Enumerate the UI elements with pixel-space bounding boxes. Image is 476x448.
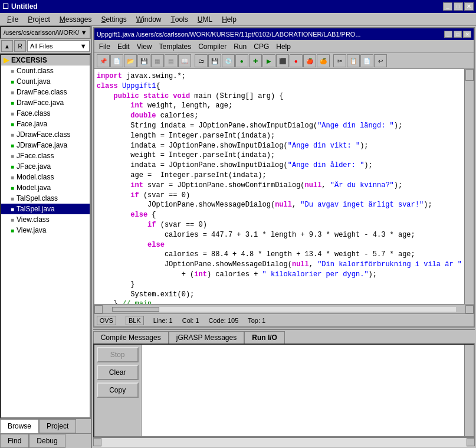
editor-close-btn[interactable]: ✕ (463, 31, 471, 38)
file-label: Model.class (17, 173, 54, 181)
toolbar-chart-btn[interactable]: ▦ (151, 54, 164, 67)
blk-badge: BLK (126, 316, 144, 325)
file-label: Face.class (17, 109, 50, 117)
toolbar-run-btn[interactable]: ▶ (262, 54, 275, 67)
file-jdrawface-class[interactable]: ■ JDrawFace.class (1, 129, 90, 140)
toolbar-save-btn[interactable]: 💾 (137, 54, 150, 67)
menu-help[interactable]: Help (217, 13, 241, 25)
file-view-java[interactable]: ■ View.java (1, 225, 90, 236)
file-talspel-class[interactable]: ■ TalSpel.class (1, 193, 90, 204)
file-view-class[interactable]: ■ View.class (1, 214, 90, 225)
editor-menu-compiler[interactable]: Compiler (195, 40, 230, 53)
path-dropdown-icon[interactable]: ▼ (81, 29, 87, 36)
file-drawface-java[interactable]: ■ DrawFace.java (1, 97, 90, 108)
tab-debug[interactable]: Debug (29, 434, 65, 448)
file-drawface-class[interactable]: ■ DrawFace.class (1, 87, 90, 97)
toolbar-pin-btn[interactable]: 📌 (97, 54, 110, 67)
toolbar-scissors-btn[interactable]: ✂ (333, 54, 346, 67)
toolbar-folder-open-btn[interactable]: 🗂 (195, 54, 208, 67)
toolbar-paste-btn[interactable]: 📄 (360, 54, 373, 67)
toolbar-apple-btn[interactable]: 🍎 (303, 54, 316, 67)
hscroll-track[interactable] (112, 307, 456, 312)
toolbar-new-btn[interactable]: 📄 (110, 54, 123, 67)
menu-settings[interactable]: Settings (96, 13, 131, 25)
tab-compile-messages[interactable]: Compile Messages (93, 331, 169, 344)
left-bottom-tabs2: Find Debug (0, 433, 91, 448)
hscroll-thumb[interactable] (112, 307, 159, 312)
file-talspel-java[interactable]: ■ TalSpel.java (1, 204, 90, 214)
editor-minimize-btn[interactable]: _ (444, 31, 452, 38)
java-icon: ■ (11, 227, 14, 234)
file-jdrawface-java[interactable]: ■ JDrawFace.java (1, 140, 90, 151)
stop-button[interactable]: Stop (97, 347, 139, 362)
path-bar: /users/cs/carlsson/WORK/ ▼ (0, 26, 91, 39)
copy-button[interactable]: Copy (97, 382, 139, 398)
file-count-java[interactable]: ■ Count.java (1, 76, 90, 87)
editor-vscrollbar[interactable] (464, 69, 474, 304)
folder-excersis[interactable]: ▶ EXCERSIS (1, 55, 90, 66)
menu-uml[interactable]: UML (193, 13, 217, 25)
file-model-java[interactable]: ■ Model.java (1, 182, 90, 193)
toolbar-disk-btn[interactable]: 💿 (222, 54, 235, 67)
toolbar-plus-btn[interactable]: ✚ (249, 54, 262, 67)
file-face-class[interactable]: ■ Face.class (1, 108, 90, 119)
file-count-class[interactable]: ■ Count.class (1, 66, 90, 76)
left-panel: /users/cs/carlsson/WORK/ ▼ ▲ R All Files… (0, 26, 92, 448)
java-icon: ■ (11, 79, 14, 85)
toolbar-red-circle-btn[interactable]: ● (290, 54, 303, 67)
maximize-button[interactable]: □ (454, 2, 463, 11)
code-editor[interactable]: import javax.swing.*; class Uppgift1{ pu… (94, 69, 464, 304)
line-status: Line: 1 (153, 317, 173, 324)
file-model-class[interactable]: ■ Model.class (1, 172, 90, 182)
tab-jgrasp-messages[interactable]: jGRASP Messages (169, 331, 245, 344)
r-button[interactable]: R (14, 40, 26, 52)
tab-run-io[interactable]: Run I/O (244, 331, 285, 344)
menu-file[interactable]: File (2, 13, 23, 25)
editor-menu-run[interactable]: Run (230, 40, 250, 53)
bottom-hscrollbar[interactable] (93, 437, 475, 447)
file-label: Model.java (17, 184, 51, 192)
file-label: Count.class (17, 67, 54, 75)
menu-messages[interactable]: Messages (55, 13, 97, 25)
class-icon: ■ (11, 68, 14, 74)
class-icon: ■ (11, 217, 14, 223)
minimize-button[interactable]: _ (443, 2, 452, 11)
file-jface-class[interactable]: ■ JFace.class (1, 151, 90, 161)
toolbar-bar-btn[interactable]: ▤ (165, 54, 178, 67)
toolbar-open-btn[interactable]: 📂 (124, 54, 137, 67)
menu-window[interactable]: Window (132, 13, 166, 25)
toolbar-green-btn[interactable]: ● (235, 54, 248, 67)
editor-menu-templates[interactable]: Templates (156, 40, 195, 53)
toolbar-book-btn[interactable]: 📖 (178, 54, 191, 67)
editor-menu-cpg[interactable]: CPG (250, 40, 273, 53)
file-label: DrawFace.class (17, 88, 67, 96)
editor-menu-file[interactable]: File (96, 40, 114, 53)
up-button[interactable]: ▲ (1, 40, 13, 52)
editor-hscrollbar[interactable] (94, 304, 474, 313)
menu-tools[interactable]: Tools (166, 13, 192, 25)
toolbar-save2-btn[interactable]: 💾 (208, 54, 221, 67)
main-container: /users/cs/carlsson/WORK/ ▼ ▲ R All Files… (0, 26, 476, 448)
menu-project[interactable]: Project (23, 13, 54, 25)
file-face-java[interactable]: ■ Face.java (1, 119, 90, 129)
code-status: Code: 105 (208, 317, 238, 324)
class-icon: ■ (11, 110, 14, 117)
toolbar-apple2-btn[interactable]: 🍊 (317, 54, 330, 67)
bottom-vscrollbar[interactable] (464, 345, 474, 436)
tab-browse[interactable]: Browse (0, 419, 39, 433)
editor-menu-view[interactable]: View (133, 40, 156, 53)
tab-project[interactable]: Project (39, 419, 76, 433)
files-dropdown[interactable]: All Files ▼ (27, 40, 90, 52)
title-bar: ☐ Untitled _ □ ✕ (0, 0, 476, 13)
editor-menu-help[interactable]: Help (273, 40, 294, 53)
clear-button[interactable]: Clear (97, 365, 139, 380)
toolbar-undo-btn[interactable]: ↩ (374, 54, 387, 67)
close-button[interactable]: ✕ (464, 2, 474, 11)
run-output[interactable] (142, 345, 464, 436)
toolbar-copy-btn[interactable]: 📋 (347, 54, 360, 67)
tab-find[interactable]: Find (0, 434, 29, 448)
file-jface-java[interactable]: ■ JFace.java (1, 161, 90, 172)
editor-maximize-btn[interactable]: □ (454, 31, 462, 38)
editor-menu-edit[interactable]: Edit (114, 40, 133, 53)
toolbar-stop-btn[interactable]: ⬛ (276, 54, 289, 67)
